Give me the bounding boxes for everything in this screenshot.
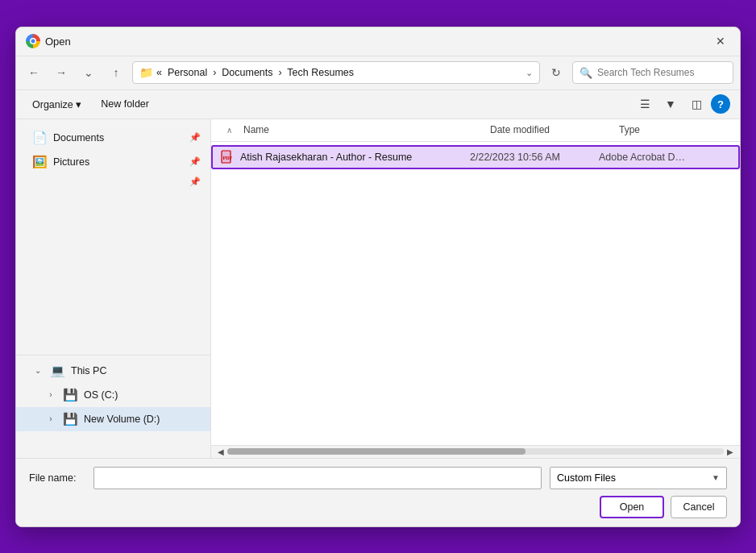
search-box[interactable]: 🔍: [572, 61, 733, 84]
sidebar-item-label: This PC: [71, 365, 106, 376]
open-dialog: Open ✕ ← → ⌄ ↑ 📁 « Personal › Documents …: [15, 27, 741, 527]
search-icon: 🔍: [579, 67, 592, 79]
dialog-title: Open: [45, 35, 711, 48]
back-button[interactable]: ←: [23, 61, 45, 84]
dropdown-arrow-icon: ▼: [712, 473, 720, 482]
close-button[interactable]: ✕: [711, 31, 730, 51]
chevron-down-icon: ▼: [665, 98, 676, 110]
pin-icon: 📌: [189, 156, 201, 167]
file-list-header: ∧ Name Date modified Type: [211, 119, 740, 142]
h-scrollbar-thumb: [227, 448, 525, 455]
sidebar-item-documents[interactable]: 📄 Documents 📌: [16, 126, 210, 150]
pdf-icon: PDF: [219, 149, 235, 165]
sidebar-item-label: New Volume (D:): [84, 414, 160, 425]
documents-icon: 📄: [32, 131, 47, 145]
col-header-type[interactable]: Type: [619, 124, 733, 135]
pin-icon-bottom: 📌: [189, 177, 201, 187]
forward-icon: →: [56, 66, 67, 79]
sidebar: 📄 Documents 📌 🖼️ Pictures 📌 📌 ⌄ 💻 This P…: [16, 119, 211, 458]
file-list-body: PDF Atish Rajasekharan - Author - Resume…: [211, 142, 740, 445]
chrome-icon: [26, 34, 40, 48]
address-path[interactable]: 📁 « Personal › Documents › Tech Resumes …: [132, 61, 540, 84]
sidebar-item-label: OS (C:): [84, 389, 118, 401]
expand-icon: ›: [45, 389, 56, 401]
scroll-right-button[interactable]: ▶: [724, 445, 737, 458]
sidebar-item-label: Pictures: [53, 156, 89, 168]
sort-indicator: ∧: [222, 126, 235, 135]
bottom-bar: File name: Custom Files ▼ Open Cancel: [16, 458, 740, 526]
col-header-name[interactable]: Name: [240, 124, 490, 135]
sidebar-item-os-c[interactable]: › 💾 OS (C:): [16, 383, 210, 407]
toolbar: Organize ▾ New folder ☰ ▼ ◫ ?: [16, 90, 740, 119]
list-view-icon: ☰: [640, 98, 650, 110]
sidebar-item-new-volume[interactable]: › 💾 New Volume (D:): [16, 407, 210, 431]
refresh-icon: ↻: [551, 66, 561, 79]
path-text: « Personal › Documents › Tech Resumes: [156, 67, 354, 78]
h-scrollbar-track[interactable]: [227, 448, 724, 455]
file-type-label: Custom Files: [557, 472, 616, 484]
h-scroll-area: ◀ ▶: [211, 445, 740, 458]
file-date: 2/22/2023 10:56 AM: [470, 152, 599, 163]
organize-button[interactable]: Organize ▾: [26, 93, 88, 115]
drive-c-icon: 💾: [63, 388, 77, 402]
filename-row: File name: Custom Files ▼: [29, 467, 727, 489]
scroll-left-button[interactable]: ◀: [214, 445, 227, 458]
expand-icon: ›: [45, 414, 56, 425]
dropdown-button[interactable]: ⌄: [77, 61, 100, 84]
pictures-icon: 🖼️: [32, 155, 47, 169]
file-type-dropdown[interactable]: Custom Files ▼: [550, 467, 727, 489]
svg-text:PDF: PDF: [223, 156, 233, 160]
forward-button[interactable]: →: [50, 61, 73, 84]
sidebar-item-pictures[interactable]: 🖼️ Pictures 📌: [16, 150, 210, 174]
toolbar-right: ☰ ▼ ◫ ?: [633, 93, 730, 115]
new-folder-button[interactable]: New folder: [94, 93, 156, 115]
pin-icon: 📌: [189, 132, 201, 143]
file-name-label: File name:: [29, 472, 85, 484]
view-dropdown-button[interactable]: ▼: [659, 93, 682, 115]
cancel-button[interactable]: Cancel: [671, 496, 727, 518]
help-button[interactable]: ?: [711, 94, 730, 114]
file-name: Atish Rajasekharan - Author - Resume: [240, 152, 470, 163]
file-list-area: ∧ Name Date modified Type: [211, 119, 740, 458]
col-header-date[interactable]: Date modified: [490, 124, 619, 135]
sidebar-divider: [16, 355, 210, 356]
view-list-button[interactable]: ☰: [633, 93, 656, 115]
open-button[interactable]: Open: [600, 496, 664, 518]
chevron-down-icon: ⌄: [84, 66, 93, 79]
button-row: Open Cancel: [29, 496, 727, 518]
search-input[interactable]: [597, 67, 726, 78]
sidebar-item-label: Documents: [53, 132, 104, 143]
up-button[interactable]: ↑: [105, 61, 127, 84]
path-dropdown-chevron[interactable]: ⌄: [525, 68, 533, 78]
sidebar-item-pin-row: 📌: [16, 174, 210, 190]
drive-d-icon: 💾: [63, 412, 77, 426]
file-type: Adobe Acrobat D…: [599, 152, 732, 163]
file-name-input[interactable]: [93, 467, 542, 489]
title-bar-controls: ✕: [711, 31, 730, 51]
expand-icon: ⌄: [32, 365, 44, 376]
main-content: 📄 Documents 📌 🖼️ Pictures 📌 📌 ⌄ 💻 This P…: [16, 119, 740, 458]
this-pc-icon: 💻: [50, 364, 64, 378]
file-item[interactable]: PDF Atish Rajasekharan - Author - Resume…: [211, 145, 740, 169]
address-bar: ← → ⌄ ↑ 📁 « Personal › Documents › Tech …: [16, 56, 740, 90]
back-icon: ←: [28, 66, 39, 79]
title-bar: Open ✕: [16, 27, 740, 56]
sidebar-item-this-pc[interactable]: ⌄ 💻 This PC: [16, 359, 210, 383]
pane-view-icon: ◫: [692, 98, 702, 110]
refresh-button[interactable]: ↻: [545, 61, 567, 84]
view-pane-button[interactable]: ◫: [685, 93, 708, 115]
folder-icon: 📁: [139, 66, 153, 79]
up-icon: ↑: [114, 66, 119, 79]
